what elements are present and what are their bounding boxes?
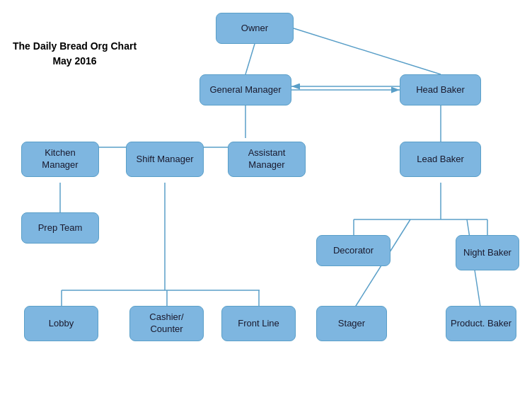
svg-line-2 (294, 28, 441, 74)
svg-line-1 (245, 44, 255, 74)
node-night-baker: Night Baker (456, 235, 519, 270)
node-owner: Owner (216, 13, 294, 44)
node-decorator: Decorator (316, 235, 391, 266)
title-text: The Daily Bread Org Chart May 2016 (13, 40, 137, 67)
node-prep-team: Prep Team (21, 212, 99, 244)
node-assistant-manager: Assistant Manager (228, 142, 306, 177)
node-shift-manager: Shift Manager (126, 142, 204, 177)
node-stager: Stager (316, 306, 387, 341)
node-cashier-counter: Cashier/ Counter (129, 306, 204, 341)
chart-container: The Daily Bread Org Chart May 2016 Owner… (0, 0, 532, 400)
node-front-line: Front Line (221, 306, 296, 341)
node-product-baker: Product. Baker (446, 306, 516, 341)
node-general-manager: General Manager (200, 74, 291, 105)
node-lobby: Lobby (24, 306, 98, 341)
node-lead-baker: Lead Baker (400, 142, 481, 177)
node-kitchen-manager: Kitchen Manager (21, 142, 99, 177)
node-head-baker: Head Baker (400, 74, 481, 105)
chart-title: The Daily Bread Org Chart May 2016 (13, 39, 137, 69)
